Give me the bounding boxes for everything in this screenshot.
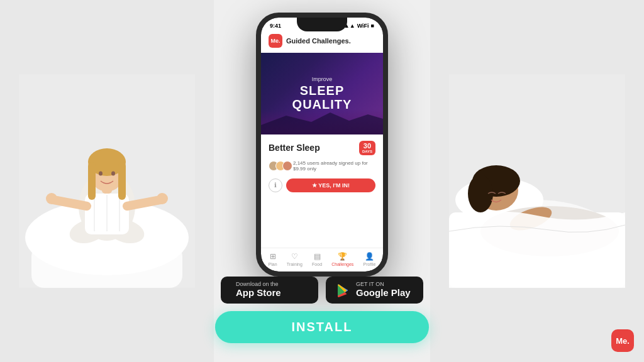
phone-device: 9:41 ▲▲▲ WiFi ■ Me. Guided Challenges. I… bbox=[256, 13, 388, 277]
svg-line-10 bbox=[53, 200, 87, 206]
wifi-icon: WiFi bbox=[357, 23, 369, 29]
google-play-top-label: GET IT ON bbox=[356, 282, 411, 287]
svg-point-12 bbox=[46, 193, 57, 204]
nav-challenges[interactable]: 🏆 Challenges bbox=[331, 252, 353, 266]
nav-food[interactable]: ▤ Food bbox=[312, 252, 322, 266]
sleep-banner: Improve SLEEP QUALITY bbox=[261, 53, 383, 134]
nav-plan[interactable]: ⊞ Plan bbox=[269, 252, 277, 266]
app-icon: Me. bbox=[269, 34, 282, 48]
plan-label: Plan bbox=[269, 262, 277, 266]
sleeping-illustration bbox=[449, 74, 625, 288]
cta-row: ℹ ★ YES, I'M IN! bbox=[269, 178, 375, 192]
card-content: Better Sleep 30 DAYS 2,145 bbox=[261, 134, 383, 248]
phone-nav: ⊞ Plan ♡ Training ▤ Food 🏆 Challenges bbox=[261, 248, 383, 272]
svg-rect-17 bbox=[88, 162, 96, 200]
days-badge: 30 DAYS bbox=[359, 141, 375, 155]
plan-icon: ⊞ bbox=[270, 252, 276, 261]
app-store-text: Download on the App Store bbox=[236, 282, 281, 299]
main-container: 9:41 ▲▲▲ WiFi ■ Me. Guided Challenges. I… bbox=[0, 0, 644, 362]
phone-notch bbox=[297, 18, 347, 31]
store-buttons: Download on the App Store GET IT ON Goog… bbox=[221, 277, 423, 304]
google-play-text: GET IT ON Google Play bbox=[356, 282, 411, 299]
avatar-group bbox=[269, 161, 289, 171]
phone-mockup: 9:41 ▲▲▲ WiFi ■ Me. Guided Challenges. I… bbox=[256, 13, 388, 277]
svg-line-11 bbox=[127, 200, 160, 206]
profile-label: Profile bbox=[364, 262, 376, 266]
left-panel bbox=[0, 0, 214, 362]
avatar-3 bbox=[282, 161, 292, 171]
install-button[interactable]: INSTALL bbox=[215, 311, 429, 343]
challenges-label: Challenges bbox=[331, 262, 353, 266]
bottom-buttons: Download on the App Store GET IT ON Goog… bbox=[196, 277, 448, 343]
svg-point-19 bbox=[99, 172, 103, 176]
users-text: 2,145 users already signed up for $9.99 … bbox=[293, 160, 368, 172]
training-label: Training bbox=[287, 262, 303, 266]
mountain-svg bbox=[261, 109, 383, 134]
app-store-button[interactable]: Download on the App Store bbox=[221, 277, 318, 304]
google-play-main-label: Google Play bbox=[356, 287, 411, 299]
svg-point-29 bbox=[468, 175, 493, 212]
yes-button[interactable]: ★ YES, I'M IN! bbox=[286, 178, 375, 192]
food-label: Food bbox=[312, 262, 322, 266]
app-header: Me. Guided Challenges. bbox=[261, 31, 383, 53]
food-icon: ▤ bbox=[314, 252, 321, 261]
time: 9:41 bbox=[270, 23, 281, 29]
svg-rect-21 bbox=[31, 244, 182, 288]
users-row: 2,145 users already signed up for $9.99 … bbox=[269, 160, 375, 172]
nav-training[interactable]: ♡ Training bbox=[287, 252, 303, 266]
svg-rect-18 bbox=[118, 162, 126, 200]
right-panel bbox=[430, 0, 644, 362]
app-store-top-label: Download on the bbox=[236, 282, 281, 287]
phone-screen: 9:41 ▲▲▲ WiFi ■ Me. Guided Challenges. I… bbox=[261, 18, 383, 272]
challenge-title: Better Sleep bbox=[269, 143, 320, 153]
info-button[interactable]: ℹ bbox=[269, 178, 282, 192]
svg-point-20 bbox=[111, 172, 115, 176]
app-title: Guided Challenges. bbox=[286, 37, 351, 45]
corner-logo: Me. bbox=[611, 329, 634, 352]
google-play-button[interactable]: GET IT ON Google Play bbox=[326, 277, 423, 304]
app-store-main-label: App Store bbox=[236, 287, 281, 299]
google-play-icon bbox=[336, 283, 351, 298]
meditation-illustration bbox=[19, 74, 195, 288]
sleep-title: SLEEP QUALITY bbox=[292, 84, 352, 111]
svg-point-13 bbox=[157, 193, 168, 204]
battery-icon: ■ bbox=[371, 23, 374, 29]
profile-icon: 👤 bbox=[365, 252, 374, 261]
challenges-icon: 🏆 bbox=[338, 252, 347, 261]
training-icon: ♡ bbox=[291, 252, 298, 261]
nav-profile[interactable]: 👤 Profile bbox=[364, 252, 376, 266]
title-row: Better Sleep 30 DAYS bbox=[269, 141, 375, 155]
improve-label: Improve bbox=[312, 76, 333, 82]
